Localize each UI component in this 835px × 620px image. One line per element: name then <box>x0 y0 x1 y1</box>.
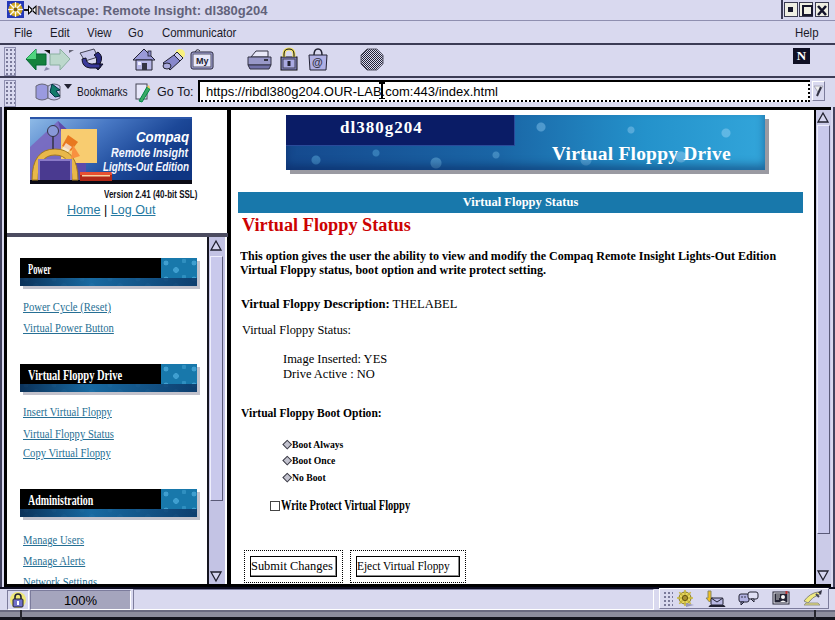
svg-text:@: @ <box>312 56 323 68</box>
svg-text:Remote Insight: Remote Insight <box>111 145 188 160</box>
svg-text:Compaq: Compaq <box>136 128 189 145</box>
svg-text:Lights-Out Edition: Lights-Out Edition <box>103 159 189 174</box>
svg-text:My: My <box>196 56 209 66</box>
